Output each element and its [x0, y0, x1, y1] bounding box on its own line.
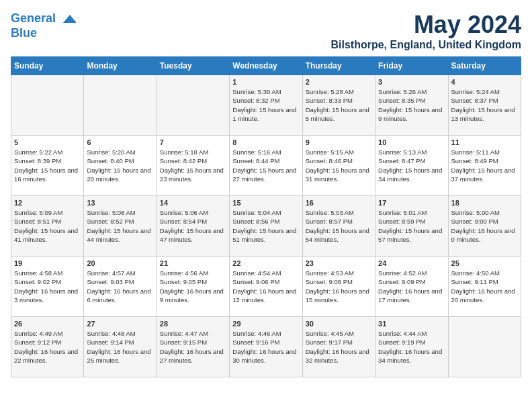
cell-content: Sunrise: 5:00 AM Sunset: 9:00 PM Dayligh… — [451, 208, 518, 244]
day-number: 23 — [306, 259, 372, 267]
cell-content: Sunrise: 4:49 AM Sunset: 9:12 PM Dayligh… — [14, 329, 81, 365]
cell-content: Sunrise: 4:56 AM Sunset: 9:05 PM Dayligh… — [160, 269, 226, 304]
day-number: 2 — [306, 78, 372, 86]
svg-marker-0 — [63, 15, 77, 23]
calendar-cell: 17Sunrise: 5:01 AM Sunset: 8:59 PM Dayli… — [375, 196, 448, 257]
location: Bilsthorpe, England, United Kingdom — [330, 39, 521, 51]
calendar-cell: 30Sunrise: 4:45 AM Sunset: 9:17 PM Dayli… — [302, 317, 375, 377]
header-tuesday: Tuesday — [157, 57, 229, 75]
cell-content: Sunrise: 4:46 AM Sunset: 9:16 PM Dayligh… — [232, 329, 299, 365]
calendar-cell: 8Sunrise: 5:16 AM Sunset: 8:44 PM Daylig… — [230, 136, 302, 196]
calendar-cell: 6Sunrise: 5:20 AM Sunset: 8:40 PM Daylig… — [84, 136, 157, 196]
page-header: General Blue May 2024 Bilsthorpe, Englan… — [11, 11, 521, 51]
header-wednesday: Wednesday — [230, 57, 302, 75]
cell-content: Sunrise: 4:47 AM Sunset: 9:15 PM Dayligh… — [160, 329, 226, 365]
calendar-cell: 23Sunrise: 4:53 AM Sunset: 9:08 PM Dayli… — [302, 257, 375, 317]
title-block: May 2024 Bilsthorpe, England, United Kin… — [330, 11, 521, 51]
cell-content: Sunrise: 5:22 AM Sunset: 8:39 PM Dayligh… — [14, 148, 81, 183]
calendar-cell: 18Sunrise: 5:00 AM Sunset: 9:00 PM Dayli… — [448, 196, 521, 257]
day-number: 5 — [14, 138, 81, 146]
calendar-cell: 14Sunrise: 5:06 AM Sunset: 8:54 PM Dayli… — [157, 196, 229, 257]
cell-content: Sunrise: 5:04 AM Sunset: 8:56 PM Dayligh… — [232, 208, 299, 244]
day-number: 26 — [14, 320, 81, 328]
cell-content: Sunrise: 5:06 AM Sunset: 8:54 PM Dayligh… — [160, 208, 226, 244]
calendar-week-row: 12Sunrise: 5:09 AM Sunset: 8:51 PM Dayli… — [11, 196, 521, 257]
cell-content: Sunrise: 4:57 AM Sunset: 9:03 PM Dayligh… — [87, 269, 153, 304]
calendar-cell: 7Sunrise: 5:18 AM Sunset: 8:42 PM Daylig… — [157, 136, 229, 196]
day-number: 4 — [451, 78, 518, 86]
day-number: 27 — [87, 320, 153, 328]
calendar-cell: 28Sunrise: 4:47 AM Sunset: 9:15 PM Dayli… — [157, 317, 229, 377]
cell-content: Sunrise: 5:16 AM Sunset: 8:44 PM Dayligh… — [232, 148, 299, 183]
calendar-cell: 13Sunrise: 5:08 AM Sunset: 8:52 PM Dayli… — [84, 196, 157, 257]
header-thursday: Thursday — [302, 57, 375, 75]
day-number: 16 — [306, 199, 372, 207]
calendar-cell: 29Sunrise: 4:46 AM Sunset: 9:16 PM Dayli… — [230, 317, 302, 377]
cell-content: Sunrise: 5:03 AM Sunset: 8:57 PM Dayligh… — [306, 208, 372, 244]
day-number: 18 — [451, 199, 518, 207]
day-number: 20 — [87, 259, 153, 267]
calendar-cell — [157, 75, 229, 136]
calendar-cell: 4Sunrise: 5:24 AM Sunset: 8:37 PM Daylig… — [448, 75, 521, 136]
header-sunday: Sunday — [11, 57, 84, 75]
calendar-week-row: 19Sunrise: 4:58 AM Sunset: 9:02 PM Dayli… — [11, 257, 521, 317]
cell-content: Sunrise: 4:53 AM Sunset: 9:08 PM Dayligh… — [306, 269, 372, 304]
day-number: 19 — [14, 259, 81, 267]
cell-content: Sunrise: 4:48 AM Sunset: 9:14 PM Dayligh… — [87, 329, 153, 365]
cell-content: Sunrise: 4:45 AM Sunset: 9:17 PM Dayligh… — [306, 329, 372, 365]
calendar-cell: 10Sunrise: 5:13 AM Sunset: 8:47 PM Dayli… — [375, 136, 448, 196]
header-saturday: Saturday — [448, 57, 521, 75]
cell-content: Sunrise: 5:24 AM Sunset: 8:37 PM Dayligh… — [451, 87, 518, 123]
day-number: 21 — [160, 259, 226, 267]
calendar-cell: 21Sunrise: 4:56 AM Sunset: 9:05 PM Dayli… — [157, 257, 229, 317]
calendar-week-row: 26Sunrise: 4:49 AM Sunset: 9:12 PM Dayli… — [11, 317, 521, 377]
day-number: 12 — [14, 199, 81, 207]
calendar-cell: 15Sunrise: 5:04 AM Sunset: 8:56 PM Dayli… — [230, 196, 302, 257]
cell-content: Sunrise: 5:13 AM Sunset: 8:47 PM Dayligh… — [378, 148, 445, 183]
calendar-table: SundayMondayTuesdayWednesdayThursdayFrid… — [11, 56, 521, 377]
cell-content: Sunrise: 5:09 AM Sunset: 8:51 PM Dayligh… — [14, 208, 81, 244]
day-number: 31 — [378, 320, 445, 328]
calendar-cell — [84, 75, 157, 136]
calendar-week-row: 1Sunrise: 5:30 AM Sunset: 8:32 PM Daylig… — [11, 75, 521, 136]
header-monday: Monday — [84, 57, 157, 75]
cell-content: Sunrise: 5:28 AM Sunset: 8:33 PM Dayligh… — [306, 87, 372, 123]
calendar-cell: 19Sunrise: 4:58 AM Sunset: 9:02 PM Dayli… — [11, 257, 84, 317]
cell-content: Sunrise: 5:11 AM Sunset: 8:49 PM Dayligh… — [451, 148, 518, 183]
calendar-header-row: SundayMondayTuesdayWednesdayThursdayFrid… — [11, 57, 521, 75]
calendar-cell: 3Sunrise: 5:26 AM Sunset: 8:35 PM Daylig… — [375, 75, 448, 136]
logo-line1: General — [11, 11, 56, 25]
calendar-week-row: 5Sunrise: 5:22 AM Sunset: 8:39 PM Daylig… — [11, 136, 521, 196]
day-number: 28 — [160, 320, 226, 328]
day-number: 25 — [451, 259, 518, 267]
day-number: 15 — [232, 199, 299, 207]
month-year: May 2024 — [330, 11, 521, 39]
cell-content: Sunrise: 4:50 AM Sunset: 9:11 PM Dayligh… — [451, 269, 518, 304]
cell-content: Sunrise: 5:26 AM Sunset: 8:35 PM Dayligh… — [378, 87, 445, 123]
calendar-cell: 12Sunrise: 5:09 AM Sunset: 8:51 PM Dayli… — [11, 196, 84, 257]
cell-content: Sunrise: 5:08 AM Sunset: 8:52 PM Dayligh… — [87, 208, 153, 244]
calendar-cell: 25Sunrise: 4:50 AM Sunset: 9:11 PM Dayli… — [448, 257, 521, 317]
day-number: 24 — [378, 259, 445, 267]
day-number: 1 — [232, 78, 299, 86]
logo-text: General Blue — [11, 11, 77, 40]
day-number: 29 — [232, 320, 299, 328]
cell-content: Sunrise: 5:18 AM Sunset: 8:42 PM Dayligh… — [160, 148, 226, 183]
calendar-cell: 31Sunrise: 4:44 AM Sunset: 9:19 PM Dayli… — [375, 317, 448, 377]
cell-content: Sunrise: 4:52 AM Sunset: 9:09 PM Dayligh… — [378, 269, 445, 304]
calendar-cell: 9Sunrise: 5:15 AM Sunset: 8:46 PM Daylig… — [302, 136, 375, 196]
logo: General Blue — [11, 11, 77, 40]
day-number: 17 — [378, 199, 445, 207]
cell-content: Sunrise: 5:15 AM Sunset: 8:46 PM Dayligh… — [306, 148, 372, 183]
day-number: 13 — [87, 199, 153, 207]
day-number: 30 — [306, 320, 372, 328]
calendar-cell: 11Sunrise: 5:11 AM Sunset: 8:49 PM Dayli… — [448, 136, 521, 196]
day-number: 6 — [87, 138, 153, 146]
calendar-cell — [11, 75, 84, 136]
calendar-cell: 16Sunrise: 5:03 AM Sunset: 8:57 PM Dayli… — [302, 196, 375, 257]
day-number: 3 — [378, 78, 445, 86]
day-number: 11 — [451, 138, 518, 146]
logo-line2: Blue — [11, 26, 37, 40]
calendar-cell: 20Sunrise: 4:57 AM Sunset: 9:03 PM Dayli… — [84, 257, 157, 317]
calendar-cell — [448, 317, 521, 377]
